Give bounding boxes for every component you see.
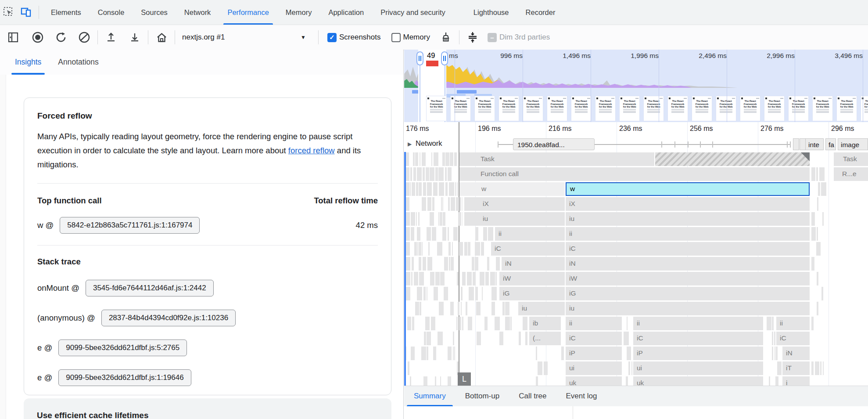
forced-reflow-link[interactable]: forced reflow — [288, 146, 335, 155]
tab-performance[interactable]: Performance — [219, 0, 277, 25]
live-metrics-button[interactable] — [153, 29, 170, 46]
toggle-device-toolbar-button[interactable] — [18, 4, 35, 21]
flame-bar[interactable]: iW — [566, 272, 810, 285]
source-location-link[interactable]: 2837-84b4d4394cd0f92e.js:1:10236 — [101, 310, 236, 326]
flame-bar[interactable]: iP — [633, 347, 763, 360]
source-location-link[interactable]: 9099-5bee326dd621dfbf.js:1:19646 — [58, 369, 191, 386]
flame-bar[interactable]: iC — [566, 332, 622, 345]
screenshot-thumbnail[interactable]: The ReactFrameworkfor the Web — [426, 96, 447, 121]
tab-summary[interactable]: Summary — [404, 386, 456, 406]
screenshot-thumbnail[interactable]: The ReactFrameworkfor the Web — [667, 96, 688, 121]
history-select[interactable]: nextjs.org #1 ▼ — [182, 33, 314, 42]
flame-bar[interactable]: iN — [782, 347, 810, 360]
timeline-overview[interactable]: The ReactFrameworkfor the WebThe ReactFr… — [404, 50, 868, 123]
network-request-fragment[interactable] — [800, 138, 806, 150]
flame-bar[interactable]: (... — [529, 332, 561, 345]
clear-recording-button[interactable] — [75, 29, 93, 46]
network-request[interactable]: inte — [805, 138, 824, 150]
flame-bar[interactable]: iC — [491, 242, 565, 256]
record-button[interactable] — [29, 29, 47, 46]
tab-event-log[interactable]: Event log — [556, 386, 606, 406]
flame-bar[interactable]: ii — [495, 227, 565, 241]
screenshot-thumbnail[interactable]: The ReactFrameworkfor the Web — [474, 96, 495, 121]
tab-call-tree[interactable]: Call tree — [509, 386, 556, 406]
flame-bar[interactable]: ii — [776, 317, 810, 330]
collapse-flame-button[interactable] — [464, 29, 481, 46]
flame-bar[interactable]: ui — [566, 361, 622, 375]
screenshot-thumbnail[interactable]: The ReactFrameworkfor the Web — [523, 96, 543, 121]
flame-bar[interactable]: iW — [499, 272, 565, 285]
screenshot-thumbnail[interactable]: The ReactFrameworkfor the Web — [450, 96, 471, 121]
network-track[interactable]: ▶ Network 1950.dea8fad... intefaimage — [404, 137, 868, 152]
tab-memory[interactable]: Memory — [277, 0, 320, 25]
flame-bar[interactable]: Task — [834, 152, 868, 166]
screenshot-thumbnail[interactable]: The ReactFrameworkfor the Web — [595, 96, 616, 121]
flame-bar[interactable]: ii — [566, 317, 622, 330]
selection-handle-right[interactable] — [441, 51, 448, 65]
source-location-link[interactable]: 3545-fd6e7644112d46af.js:1:2442 — [86, 280, 214, 296]
screenshot-thumbnail[interactable]: The ReactFrameworkfor the Web — [547, 96, 567, 121]
screenshot-thumbnail[interactable]: The ReactFrameworkfor the Web — [716, 96, 736, 121]
source-location-link[interactable]: 5842-e12b863a5c711761.js:1:167974 — [60, 217, 200, 234]
flame-bar[interactable]: iu — [518, 302, 565, 315]
load-profile-button[interactable] — [102, 29, 120, 46]
save-profile-button[interactable] — [126, 29, 143, 46]
main-thread-flame-chart[interactable]: TaskTaskFunction callR...ewwiXiXiuiuiiii… — [404, 152, 868, 386]
flame-bar[interactable]: iC — [566, 242, 810, 256]
flame-bar[interactable]: iX — [566, 197, 810, 211]
flame-bar[interactable]: iC — [776, 332, 810, 345]
toggle-sidebar-button[interactable] — [4, 29, 22, 46]
network-request[interactable]: fa — [825, 138, 836, 150]
flame-bar-selected[interactable]: w — [566, 182, 810, 196]
cache-lifetimes-card[interactable]: Use efficient cache lifetimes — [24, 398, 391, 419]
tab-lighthouse[interactable]: Lighthouse — [465, 0, 517, 25]
tab-console[interactable]: Console — [90, 0, 133, 25]
collect-garbage-button[interactable] — [437, 29, 455, 46]
inspect-element-button[interactable] — [0, 4, 18, 21]
flame-bar[interactable]: Function call — [459, 167, 810, 181]
flame-bar[interactable]: R...e — [834, 167, 868, 181]
screenshot-thumbnail[interactable]: The ReactFrameworkfor the Web — [643, 96, 664, 121]
flame-bar[interactable] — [655, 152, 810, 166]
screenshot-thumbnail[interactable]: The ReactFrameworkfor the Web — [836, 96, 857, 121]
flame-bar[interactable]: iN — [502, 257, 565, 271]
flame-bar[interactable]: iu — [566, 302, 810, 315]
tab-elements[interactable]: Elements — [43, 0, 90, 25]
disclosure-triangle-icon[interactable]: ▶ — [408, 141, 412, 147]
flame-bar[interactable]: ib — [529, 317, 561, 330]
flame-bar[interactable]: iu — [464, 212, 565, 226]
forced-reflow-card[interactable]: Forced reflow Many APIs, typically readi… — [24, 98, 391, 395]
screenshot-thumbnail[interactable]: The ReactFrameworkfor the Web — [571, 96, 592, 121]
source-location-link[interactable]: 9099-5bee326dd621dfbf.js:5:2765 — [58, 340, 187, 356]
tab-bottom-up[interactable]: Bottom-up — [456, 386, 509, 406]
tab-insights[interactable]: Insights — [13, 50, 43, 75]
flame-bar[interactable]: iX — [464, 197, 565, 211]
flame-bar[interactable]: iN — [566, 257, 810, 271]
tab-privacy-and-security[interactable]: Privacy and security — [372, 0, 454, 25]
flame-bar[interactable]: iP — [566, 347, 622, 360]
tab-recorder[interactable]: Recorder — [517, 0, 564, 25]
flame-bar[interactable]: iG — [499, 287, 565, 300]
flame-bar[interactable]: ii — [633, 317, 763, 330]
screenshot-thumbnail[interactable]: The ReactFrameworkfor the Web — [861, 96, 868, 121]
tab-sources[interactable]: Sources — [133, 0, 176, 25]
flame-bar[interactable]: Task — [459, 152, 654, 166]
tab-application[interactable]: Application — [320, 0, 372, 25]
screenshot-thumbnail[interactable]: The ReactFrameworkfor the Web — [764, 96, 785, 121]
selection-handle-left[interactable] — [416, 51, 423, 65]
tab-network[interactable]: Network — [176, 0, 219, 25]
flame-bar[interactable]: iC — [633, 332, 763, 345]
flame-bar[interactable]: iu — [566, 212, 810, 226]
flame-bar[interactable]: uk — [633, 376, 763, 386]
screenshot-thumbnail[interactable]: The ReactFrameworkfor the Web — [812, 96, 833, 121]
flame-bar[interactable]: i — [782, 376, 810, 386]
screenshot-thumbnail[interactable]: The ReactFrameworkfor the Web — [619, 96, 640, 121]
screenshots-checkbox[interactable]: ✓ — [327, 33, 337, 42]
flame-bar[interactable]: ii — [566, 227, 810, 241]
record-and-reload-button[interactable] — [53, 29, 70, 46]
tab-annotations[interactable]: Annotations — [56, 50, 100, 75]
screenshot-thumbnail[interactable]: The ReactFrameworkfor the Web — [692, 96, 712, 121]
screenshot-thumbnail[interactable]: The ReactFrameworkfor the Web — [788, 96, 809, 121]
flame-bar[interactable]: iG — [566, 287, 810, 300]
flame-bar[interactable]: w — [459, 182, 565, 196]
